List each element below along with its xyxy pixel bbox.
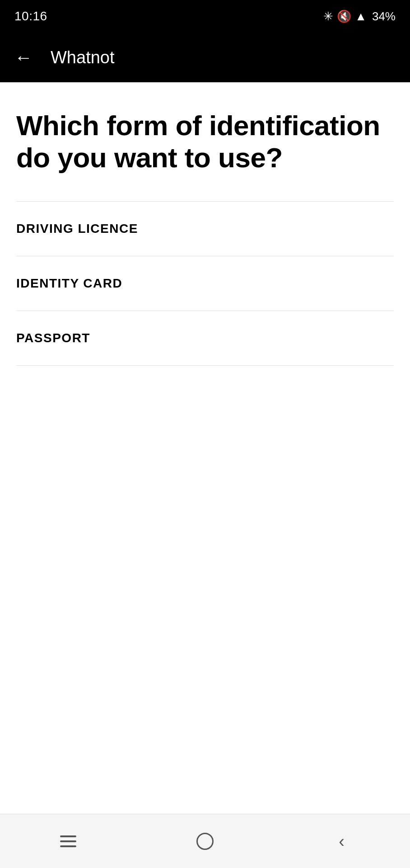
status-bar: 10:16 ✳ 🔇 ▲ 34% (0, 0, 410, 33)
back-arrow-icon: ← (14, 47, 33, 68)
sound-icon: 🔇 (337, 9, 351, 24)
system-icons: ✳ 🔇 ▲ (323, 9, 367, 24)
page-heading: Which form of identification do you want… (16, 109, 394, 174)
battery-percent: 34% (372, 9, 396, 24)
home-icon (196, 833, 214, 850)
status-time: 10:16 (14, 9, 47, 24)
android-back-icon: ‹ (339, 833, 345, 850)
bottom-nav: ‹ (0, 814, 410, 868)
option-label-driving-licence: DRIVING LICENCE (16, 222, 138, 236)
nav-title: Whatnot (51, 48, 115, 67)
option-item-driving-licence[interactable]: DRIVING LICENCE (16, 201, 394, 256)
recent-apps-button[interactable] (50, 823, 86, 859)
option-item-identity-card[interactable]: IDENTITY CARD (16, 256, 394, 311)
main-content: Which form of identification do you want… (0, 82, 410, 814)
nav-bar: ← Whatnot (0, 33, 410, 82)
status-icons: ✳ 🔇 ▲ 34% (323, 9, 396, 24)
recent-apps-icon (60, 835, 76, 847)
option-label-identity-card: IDENTITY CARD (16, 276, 122, 290)
options-list: DRIVING LICENCEIDENTITY CARDPASSPORT (16, 201, 394, 366)
option-label-passport: PASSPORT (16, 331, 90, 345)
android-back-button[interactable]: ‹ (324, 823, 360, 859)
wifi-icon: ▲ (355, 9, 367, 24)
bluetooth-icon: ✳ (323, 9, 333, 24)
option-item-passport[interactable]: PASSPORT (16, 311, 394, 366)
home-button[interactable] (187, 823, 223, 859)
back-button[interactable]: ← (14, 47, 33, 68)
